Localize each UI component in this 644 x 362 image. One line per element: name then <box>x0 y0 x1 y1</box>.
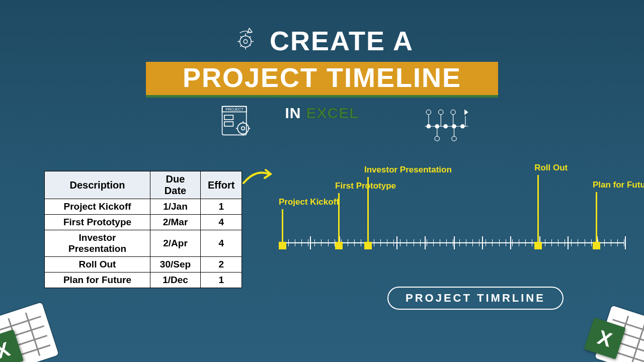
col-effort: Effort <box>201 171 242 199</box>
milestone-label: Roll Out <box>534 163 568 173</box>
cell-desc: Investor Presentation <box>45 230 150 257</box>
cell-effort: 4 <box>201 230 242 257</box>
cell-effort: 4 <box>201 215 242 230</box>
cell-desc: Plan for Future <box>45 273 150 288</box>
table-row: Roll Out 30/Sep 2 <box>45 257 242 273</box>
col-due-date: Due Date <box>150 171 201 199</box>
svg-point-20 <box>452 125 456 129</box>
milestone-table: Description Due Date Effort Project Kick… <box>44 171 242 288</box>
title-excel: EXCEL <box>306 105 359 122</box>
cell-date: 1/Dec <box>150 273 201 288</box>
svg-point-8 <box>242 127 245 130</box>
excel-logo-icon: X <box>0 296 68 362</box>
svg-point-24 <box>435 136 439 141</box>
title-line2: PROJECT TIMELINE <box>146 62 498 98</box>
timeline-chart: Project KickoffFirst PrototypeInvestor P… <box>282 166 624 277</box>
timeline-caption: PROJECT TIMRLINE <box>387 287 564 310</box>
excel-logo-icon: X <box>576 296 644 362</box>
milestone-label: Project Kickoff <box>279 197 339 207</box>
git-branches-icon <box>423 106 470 145</box>
svg-point-25 <box>452 136 456 141</box>
svg-point-7 <box>237 123 249 134</box>
cell-effort: 1 <box>201 199 242 215</box>
table-header-row: Description Due Date Effort <box>45 171 242 199</box>
table-row: Plan for Future 1/Dec 1 <box>45 273 242 288</box>
svg-point-11 <box>451 110 455 114</box>
table-row: Investor Presentation 2/Apr 4 <box>45 230 242 257</box>
svg-point-10 <box>439 110 443 114</box>
cell-desc: Roll Out <box>45 257 150 273</box>
cell-date: 1/Jan <box>150 199 201 215</box>
project-board-icon: PROJECT <box>219 103 254 140</box>
svg-rect-6 <box>224 122 233 126</box>
gear-icon <box>230 23 261 59</box>
arrow-icon <box>242 166 277 191</box>
table-row: First Prototype 2/Mar 4 <box>45 215 242 230</box>
svg-point-9 <box>426 110 431 114</box>
svg-point-18 <box>435 125 439 129</box>
title-in: IN <box>285 105 301 122</box>
cell-desc: Project Kickoff <box>45 199 150 215</box>
svg-text:PROJECT: PROJECT <box>225 107 244 112</box>
cell-effort: 1 <box>201 273 242 288</box>
col-description: Description <box>45 171 150 199</box>
milestone-label: Investor Presentation <box>364 165 452 175</box>
cell-date: 30/Sep <box>150 257 201 273</box>
cell-desc: First Prototype <box>45 215 150 230</box>
cell-date: 2/Mar <box>150 215 201 230</box>
svg-point-1 <box>244 40 248 44</box>
svg-rect-5 <box>224 115 233 120</box>
svg-point-21 <box>461 125 465 129</box>
table-row: Project Kickoff 1/Jan 1 <box>45 199 242 215</box>
milestone-label: First Prototype <box>335 181 396 191</box>
svg-point-17 <box>427 125 431 129</box>
cell-effort: 2 <box>201 257 242 273</box>
svg-point-19 <box>444 125 448 129</box>
cell-date: 2/Apr <box>150 230 201 257</box>
milestone-label: Plan for Future <box>593 180 644 190</box>
title-line1: CREATE A <box>270 25 414 56</box>
